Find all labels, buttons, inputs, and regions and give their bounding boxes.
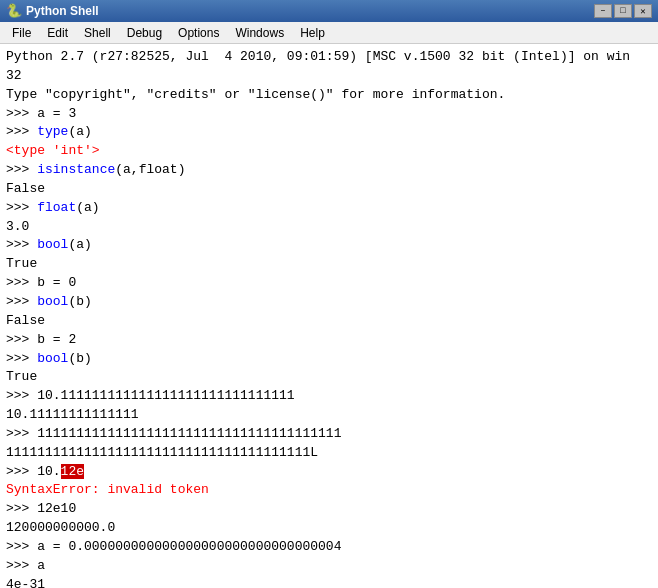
line-2: 32	[6, 67, 652, 86]
line-29: 4e-31	[6, 576, 652, 588]
line-3: Type "copyright", "credits" or "license(…	[6, 86, 652, 105]
line-10: 3.0	[6, 218, 652, 237]
line-14: >>> bool(b)	[6, 293, 652, 312]
line-20: 10.11111111111111	[6, 406, 652, 425]
minimize-button[interactable]: –	[594, 4, 612, 18]
line-17: >>> bool(b)	[6, 350, 652, 369]
menu-options[interactable]: Options	[170, 24, 227, 42]
line-5: >>> type(a)	[6, 123, 652, 142]
line-19: >>> 10.111111111111111111111111111111	[6, 387, 652, 406]
line-12: True	[6, 255, 652, 274]
line-4: >>> a = 3	[6, 105, 652, 124]
menu-windows[interactable]: Windows	[227, 24, 292, 42]
python-icon: 🐍	[6, 3, 22, 19]
line-27: >>> a = 0.000000000000000000000000000000…	[6, 538, 652, 557]
title-bar-left: 🐍 Python Shell	[6, 3, 99, 19]
shell-content[interactable]: Python 2.7 (r27:82525, Jul 4 2010, 09:01…	[0, 44, 658, 588]
maximize-button[interactable]: □	[614, 4, 632, 18]
line-21: >>> 111111111111111111111111111111111111…	[6, 425, 652, 444]
menu-edit[interactable]: Edit	[39, 24, 76, 42]
line-11: >>> bool(a)	[6, 236, 652, 255]
line-28: >>> a	[6, 557, 652, 576]
line-1: Python 2.7 (r27:82525, Jul 4 2010, 09:01…	[6, 48, 652, 67]
line-25: >>> 12e10	[6, 500, 652, 519]
menu-help[interactable]: Help	[292, 24, 333, 42]
line-16: >>> b = 2	[6, 331, 652, 350]
title-bar-text: Python Shell	[26, 4, 99, 18]
line-6: <type 'int'>	[6, 142, 652, 161]
line-9: >>> float(a)	[6, 199, 652, 218]
menu-bar: File Edit Shell Debug Options Windows He…	[0, 22, 658, 44]
line-18: True	[6, 368, 652, 387]
line-8: False	[6, 180, 652, 199]
line-24: SyntaxError: invalid token	[6, 481, 652, 500]
line-26: 120000000000.0	[6, 519, 652, 538]
line-23: >>> 10.12e	[6, 463, 652, 482]
window-controls: – □ ✕	[594, 4, 652, 18]
line-15: False	[6, 312, 652, 331]
menu-file[interactable]: File	[4, 24, 39, 42]
line-13: >>> b = 0	[6, 274, 652, 293]
close-button[interactable]: ✕	[634, 4, 652, 18]
menu-shell[interactable]: Shell	[76, 24, 119, 42]
menu-debug[interactable]: Debug	[119, 24, 170, 42]
title-bar: 🐍 Python Shell – □ ✕	[0, 0, 658, 22]
line-22: 111111111111111111111111111111111111111L	[6, 444, 652, 463]
line-7: >>> isinstance(a,float)	[6, 161, 652, 180]
